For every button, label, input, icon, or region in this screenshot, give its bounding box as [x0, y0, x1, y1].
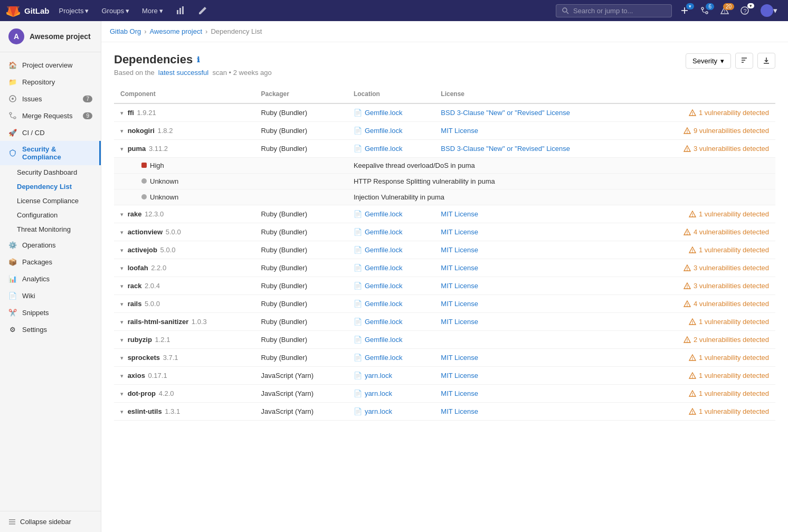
- expand-icon[interactable]: ▾: [120, 391, 124, 397]
- dep-version: 3.7.1: [161, 354, 178, 362]
- vuln-badge[interactable]: 3 vulnerabilities detected: [642, 282, 769, 290]
- expand-icon[interactable]: ▾: [120, 408, 124, 415]
- expand-icon[interactable]: ▾: [120, 355, 124, 361]
- expand-icon[interactable]: ▾: [120, 301, 124, 307]
- sidebar-item-issues[interactable]: Issues 7: [0, 90, 101, 107]
- sidebar-item-repository[interactable]: 📁 Repository: [0, 73, 101, 90]
- user-avatar-icon[interactable]: ▾: [756, 2, 782, 19]
- sort-button[interactable]: Severity ▾: [686, 53, 731, 69]
- location-link[interactable]: 📄 Gemfile.lock: [354, 210, 428, 218]
- location-link[interactable]: 📄 Gemfile.lock: [354, 109, 428, 117]
- vuln-badge[interactable]: 2 vulnerabilities detected: [642, 336, 769, 344]
- license-link[interactable]: MIT License: [441, 127, 478, 135]
- expand-icon[interactable]: ▾: [120, 110, 124, 116]
- license-link[interactable]: MIT License: [441, 228, 478, 236]
- warning-icon: [683, 264, 691, 272]
- vuln-badge[interactable]: 4 vulnerabilities detected: [642, 300, 769, 308]
- info-icon[interactable]: ℹ: [197, 55, 200, 64]
- sidebar-item-snippets[interactable]: ✂️ Snippets: [0, 304, 101, 321]
- projects-menu[interactable]: Projects ▾: [54, 5, 94, 17]
- vuln-badge[interactable]: 1 vulnerability detected: [642, 318, 769, 326]
- location-link[interactable]: 📄 yarn.lock: [354, 372, 428, 379]
- gitlab-logo[interactable]: GitLab: [6, 4, 50, 17]
- license-link[interactable]: MIT License: [441, 264, 478, 272]
- sidebar-item-security[interactable]: Security & Compliance: [0, 141, 101, 165]
- location-link[interactable]: 📄 yarn.lock: [354, 390, 428, 397]
- expand-icon[interactable]: ▾: [120, 247, 124, 253]
- expand-icon[interactable]: ▾: [120, 146, 124, 152]
- groups-menu[interactable]: Groups ▾: [96, 5, 135, 17]
- breadcrumb-org[interactable]: Gitlab Org: [110, 27, 141, 35]
- location-link[interactable]: 📄 Gemfile.lock: [354, 354, 428, 362]
- expand-icon[interactable]: ▾: [120, 211, 124, 217]
- location-link[interactable]: 📄 Gemfile.lock: [354, 336, 428, 344]
- location-link[interactable]: 📄 Gemfile.lock: [354, 264, 428, 272]
- vuln-badge[interactable]: 3 vulnerabilities detected: [642, 264, 769, 272]
- license-link[interactable]: BSD 3-Clause "New" or "Revised" License: [441, 145, 570, 153]
- vuln-badge[interactable]: 9 vulnerabilities detected: [642, 127, 769, 135]
- new-item-button[interactable]: ▾: [676, 4, 693, 17]
- location-link[interactable]: 📄 Gemfile.lock: [354, 300, 428, 308]
- vuln-badge[interactable]: 4 vulnerabilities detected: [642, 228, 769, 236]
- issues-icon[interactable]: 20: [716, 4, 733, 17]
- sidebar-item-license-compliance[interactable]: License Compliance: [0, 194, 101, 208]
- vuln-badge[interactable]: 1 vulnerability detected: [642, 407, 769, 415]
- search-bar[interactable]: [556, 4, 672, 17]
- search-input[interactable]: [573, 7, 658, 15]
- latest-scan-link[interactable]: latest successful: [158, 69, 208, 77]
- vuln-badge[interactable]: 1 vulnerability detected: [642, 372, 769, 379]
- more-menu[interactable]: More ▾: [137, 5, 168, 17]
- sidebar-item-settings[interactable]: ⚙ Settings: [0, 321, 101, 338]
- breadcrumb-project[interactable]: Awesome project: [150, 27, 202, 35]
- location-link[interactable]: 📄 Gemfile.lock: [354, 318, 428, 326]
- vuln-badge[interactable]: 3 vulnerabilities detected: [642, 145, 769, 153]
- expand-icon[interactable]: ▾: [120, 283, 124, 289]
- license-link[interactable]: MIT License: [441, 282, 478, 290]
- license-link[interactable]: MIT License: [441, 407, 478, 415]
- vuln-badge[interactable]: 1 vulnerability detected: [642, 390, 769, 397]
- analytics-chart-icon[interactable]: [170, 4, 191, 17]
- expand-icon[interactable]: ▾: [120, 373, 124, 379]
- location-link[interactable]: 📄 Gemfile.lock: [354, 127, 428, 135]
- license-link[interactable]: MIT License: [441, 246, 478, 254]
- location-link[interactable]: 📄 Gemfile.lock: [354, 145, 428, 153]
- sidebar-item-project-overview[interactable]: 🏠 Project overview: [0, 56, 101, 73]
- export-button[interactable]: [757, 53, 775, 69]
- license-link[interactable]: MIT License: [441, 354, 478, 362]
- vuln-badge[interactable]: 1 vulnerability detected: [642, 109, 769, 117]
- cell-location: 📄 Gemfile.lock: [347, 205, 434, 223]
- license-link[interactable]: MIT License: [441, 390, 478, 397]
- sidebar-item-wiki[interactable]: 📄 Wiki: [0, 287, 101, 304]
- expand-icon[interactable]: ▾: [120, 229, 124, 235]
- license-link[interactable]: MIT License: [441, 210, 478, 218]
- license-link[interactable]: MIT License: [441, 300, 478, 308]
- sidebar-item-analytics[interactable]: 📊 Analytics: [0, 270, 101, 287]
- location-link[interactable]: 📄 Gemfile.lock: [354, 282, 428, 290]
- sidebar-item-cicd[interactable]: 🚀 CI / CD: [0, 124, 101, 141]
- sort-order-button[interactable]: [735, 53, 753, 69]
- sidebar-item-configuration[interactable]: Configuration: [0, 208, 101, 222]
- help-icon[interactable]: ? ▾: [736, 4, 753, 17]
- sidebar-item-packages[interactable]: 📦 Packages: [0, 253, 101, 270]
- location-link[interactable]: 📄 yarn.lock: [354, 407, 428, 415]
- sidebar-item-threat-monitoring[interactable]: Threat Monitoring: [0, 222, 101, 236]
- license-link[interactable]: MIT License: [441, 318, 478, 326]
- expand-icon[interactable]: ▾: [120, 128, 124, 134]
- license-link[interactable]: BSD 3-Clause "New" or "Revised" License: [441, 109, 570, 117]
- expand-icon[interactable]: ▾: [120, 337, 124, 343]
- vuln-badge[interactable]: 1 vulnerability detected: [642, 246, 769, 254]
- expand-icon[interactable]: ▾: [120, 265, 124, 271]
- pencil-icon[interactable]: [193, 4, 213, 17]
- vuln-badge[interactable]: 1 vulnerability detected: [642, 354, 769, 362]
- sidebar-item-security-dashboard[interactable]: Security Dashboard: [0, 165, 101, 179]
- collapse-sidebar-button[interactable]: Collapse sidebar: [0, 511, 101, 532]
- merge-requests-icon[interactable]: 6: [696, 4, 713, 17]
- license-link[interactable]: MIT License: [441, 372, 478, 379]
- sidebar-item-dependency-list[interactable]: Dependency List: [0, 179, 101, 194]
- vuln-badge[interactable]: 1 vulnerability detected: [642, 210, 769, 218]
- sidebar-item-operations[interactable]: ⚙️ Operations: [0, 236, 101, 253]
- location-link[interactable]: 📄 Gemfile.lock: [354, 228, 428, 236]
- location-link[interactable]: 📄 Gemfile.lock: [354, 246, 428, 254]
- sidebar-item-merge-requests[interactable]: Merge Requests 9: [0, 107, 101, 124]
- expand-icon[interactable]: ▾: [120, 319, 124, 325]
